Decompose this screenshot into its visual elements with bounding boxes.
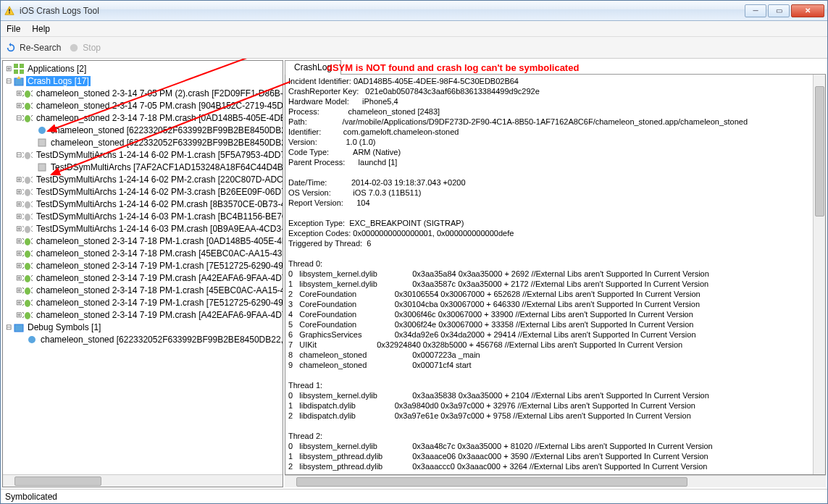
tree-node-applications[interactable]: ⊞ Applications [2] — [3, 62, 283, 75]
minimize-button[interactable]: ─ — [745, 4, 766, 17]
app-window: iOS Crash Logs Tool ─ ▭ ✕ File Help Re-S… — [0, 0, 828, 504]
svg-line-95 — [22, 316, 24, 318]
tree-label: chameleon_stoned 2-3-14 7-18 PM-1.crash … — [35, 285, 283, 295]
tree-label: chameleon_stoned 2-3-14 7-18 PM-1.crash … — [35, 236, 283, 246]
svg-line-80 — [22, 280, 24, 281]
dsym-gray-icon — [36, 161, 48, 173]
tree-item[interactable]: ⊞chameleon_stoned 2-3-14 7-05 PM (2).cra… — [3, 87, 283, 99]
tree-node-debug-item[interactable]: chameleon_stoned [622332052F633992BF99B2… — [3, 333, 283, 345]
svg-line-35 — [31, 156, 33, 158]
tree-item[interactable]: ⊞chameleon_stoned 2-3-14 7-18 PM-1.crash… — [3, 284, 283, 296]
svg-line-59 — [31, 226, 33, 227]
tree-item[interactable]: ⊞chameleon_stoned 2-3-14 7-19 PM.crash [… — [3, 272, 283, 284]
tree-item[interactable]: TestDSymMultiArchs [7AF2ACF1AD153248A18F… — [3, 161, 283, 173]
bug-green-icon — [22, 248, 33, 259]
svg-line-75 — [22, 267, 24, 269]
tree-node-crashlogs[interactable]: ⊟ Crash Logs [17] — [3, 75, 283, 87]
tree-pane: ⊞ Applications [2] ⊟ Crash Logs [17] ⊞ch… — [2, 60, 283, 487]
svg-point-87 — [25, 300, 30, 307]
svg-point-47 — [25, 201, 30, 209]
svg-point-92 — [25, 312, 30, 319]
tree-item[interactable]: ⊞chameleon_stoned 2-3-14 7-19 PM-1.crash… — [3, 259, 283, 272]
stop-button[interactable]: Stop — [68, 42, 101, 54]
tree-item[interactable]: ⊞TestDSymMultiArchs 1-24-14 6-02 PM-2.cr… — [3, 173, 283, 185]
svg-line-40 — [22, 181, 24, 182]
tree-item[interactable]: ⊞TestDSymMultiArchs 1-24-14 6-03 PM-1.cr… — [3, 210, 283, 222]
svg-line-33 — [31, 152, 33, 154]
menu-file[interactable]: File — [7, 24, 20, 34]
research-label: Re-Search — [20, 43, 61, 53]
tree-item[interactable]: ⊟TestDSymMultiArchs 1-24-14 6-02 PM-1.cr… — [3, 148, 283, 161]
body-area: dSYM is found and crash log can be symbo… — [1, 59, 827, 489]
log-vscrollbar[interactable] — [813, 75, 825, 474]
tree-item[interactable]: ⊞TestDSymMultiArchs 1-24-14 6-02 PM.cras… — [3, 198, 283, 210]
log-hscrollbar[interactable] — [285, 475, 826, 487]
bug-gray-icon — [22, 149, 33, 161]
tree-hscrollbar[interactable] — [3, 474, 283, 487]
svg-line-93 — [22, 312, 24, 314]
research-button[interactable]: Re-Search — [5, 42, 61, 54]
svg-line-53 — [22, 214, 24, 215]
crashlogs-icon — [13, 75, 25, 87]
tree-item[interactable]: ⊞TestDSymMultiArchs 1-24-14 6-03 PM.cras… — [3, 222, 283, 235]
svg-line-41 — [31, 181, 33, 182]
svg-rect-8 — [14, 64, 18, 68]
dsym-gray-icon — [36, 137, 48, 148]
tree-item[interactable]: ⊞chameleon_stoned 2-3-14 7-19 PM.crash [… — [3, 308, 283, 321]
bug-gray-icon — [22, 186, 33, 198]
svg-line-38 — [22, 177, 24, 178]
tree-item[interactable]: ⊞TestDSymMultiArchs 1-24-14 6-02 PM-3.cr… — [3, 185, 283, 198]
tree-label: chameleon_stoned 2-3-14 7-05 PM.crash [9… — [35, 101, 283, 111]
svg-line-74 — [31, 263, 33, 264]
svg-rect-11 — [20, 70, 24, 74]
log-area: Incident Identifier: 0AD148B5-405E-4DEE-… — [285, 75, 826, 475]
svg-line-20 — [22, 103, 24, 104]
tree-item[interactable]: ⊞chameleon_stoned 2-3-14 7-18 PM-1.crash… — [3, 235, 283, 247]
close-button[interactable]: ✕ — [791, 4, 824, 17]
svg-point-57 — [25, 226, 30, 233]
svg-point-82 — [25, 287, 30, 295]
stop-icon — [68, 42, 80, 54]
svg-line-34 — [22, 156, 24, 158]
svg-point-62 — [25, 238, 30, 245]
window-title: iOS Crash Logs Tool — [20, 6, 745, 16]
tree-item[interactable]: chameleon_stoned [622332052F633992BF99B2… — [3, 136, 283, 148]
svg-point-42 — [25, 189, 30, 196]
svg-line-60 — [22, 230, 24, 232]
dsym-icon — [36, 125, 48, 136]
svg-line-96 — [31, 316, 33, 318]
maximize-button[interactable]: ▭ — [768, 4, 790, 17]
tree-label: chameleon_stoned [622332052F633992BF99B2… — [49, 125, 283, 135]
tree-view[interactable]: ⊞ Applications [2] ⊟ Crash Logs [17] ⊞ch… — [3, 61, 283, 474]
tree-item[interactable]: ⊞chameleon_stoned 2-3-14 7-18 PM.crash [… — [3, 247, 283, 259]
right-pane: CrashLog Incident Identifier: 0AD148B5-4… — [285, 60, 826, 487]
menu-help[interactable]: Help — [32, 24, 50, 34]
bug-green-icon — [22, 272, 33, 284]
tree-item[interactable]: ⊞chameleon_stoned 2-3-14 7-19 PM-1.crash… — [3, 296, 283, 308]
svg-line-56 — [31, 218, 33, 219]
tree-label: TestDSymMultiArchs 1-24-14 6-02 PM-2.cra… — [35, 175, 283, 185]
svg-line-61 — [31, 230, 33, 232]
svg-point-4 — [70, 43, 78, 51]
tree-node-debug-symbols[interactable]: ⊟ Debug Symbols [1] — [3, 321, 283, 333]
status-text: Symbolicated — [5, 492, 57, 502]
tree-label: TestDSymMultiArchs 1-24-14 6-03 PM.crash… — [35, 224, 283, 234]
svg-line-16 — [31, 91, 33, 92]
tree-item[interactable]: ⊞chameleon_stoned 2-3-14 7-05 PM.crash [… — [3, 99, 283, 112]
svg-line-70 — [22, 255, 24, 256]
svg-line-50 — [22, 206, 24, 207]
bug-gray-icon — [22, 174, 33, 185]
svg-line-94 — [31, 312, 33, 314]
svg-point-37 — [25, 177, 30, 184]
crashlog-text[interactable]: Incident Identifier: 0AD148B5-405E-4DEE-… — [285, 75, 813, 474]
svg-marker-13 — [17, 76, 21, 79]
svg-line-43 — [22, 189, 24, 190]
tree-item[interactable]: ⊟chameleon_stoned 2-3-14 7-18 PM.crash [… — [3, 112, 283, 124]
svg-line-55 — [22, 218, 24, 219]
tree-label: chameleon_stoned [622332052F633992BF99B2… — [39, 335, 283, 345]
svg-rect-30 — [38, 139, 46, 146]
svg-line-26 — [31, 115, 33, 117]
tree-item[interactable]: chameleon_stoned [622332052F633992BF99B2… — [3, 124, 283, 136]
svg-line-86 — [31, 292, 33, 293]
svg-line-58 — [22, 226, 24, 227]
